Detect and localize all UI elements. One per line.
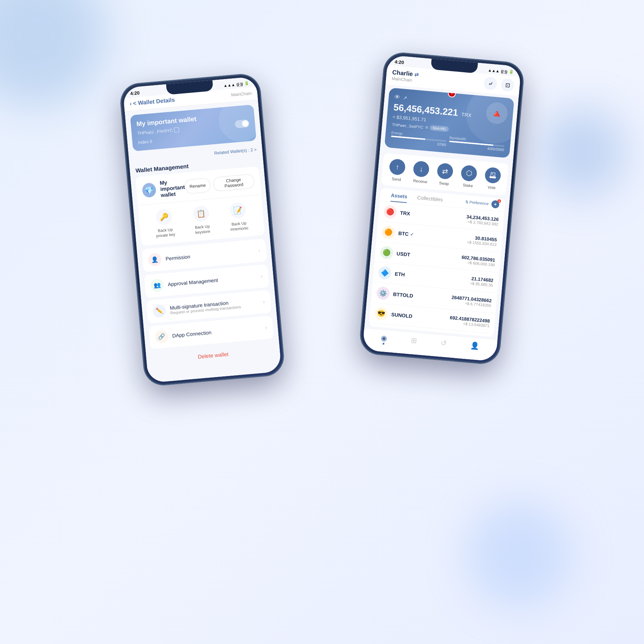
right-screen: 4:20 ▲▲▲ ((·)) 🔋 Charlie ⇄ MainChain [362,55,522,361]
permission-icon: 👤 [148,253,162,267]
wallet-card: My important wallet THPvaU...Fhn5YC Inde… [130,104,256,151]
multisig-arrow: › [263,298,265,305]
swap-button[interactable]: ⇄ Swap [436,163,454,186]
send-receive-toggle[interactable]: ⤶ [483,77,497,91]
usdt-name: USDT [396,251,458,262]
vote-button[interactable]: 🗳 Vote [484,167,501,190]
sunold-name: SUNOLD [391,312,447,322]
backup-keystore-label: Back Upkeystore [195,224,210,235]
sunold-values: 692.418878222498 ≈$ 13.5483871 [449,315,490,328]
non-hd-badge: Non-HD [430,125,449,132]
swap-label: Swap [439,181,449,186]
bttold-name: BTTOLD [393,291,448,302]
scan-icon: ⊡ [505,82,510,89]
preference-button[interactable]: ⇅ Preference [465,199,489,206]
balance-card: 🔺 👁 ↗ 56,456,453.221 TRX ≈ $3,951,951.71… [384,88,514,158]
send-icon: ↑ [389,158,406,176]
eth-values: 21.174682 ≈$ 85,885.35 [470,275,493,287]
tron-logo: 🔺 [485,102,508,125]
wallet-name-mgmt: My important wallet [160,178,186,198]
tron-mascot: 🔺 [483,99,511,127]
left-time: 4:20 [130,90,140,96]
copy-icon[interactable] [174,127,179,133]
back-icon: ‹ [130,101,132,107]
rename-button[interactable]: Rename [184,177,211,194]
swap-icon: ⇄ [436,163,454,180]
nav-assets[interactable]: ◉ [380,333,387,345]
backup-key-label: Back Upprivate key [156,227,175,239]
stats-row: Energy 37/60 Bandwidth 4000/5000 [391,131,505,152]
receive-button[interactable]: ↓ Receive [412,161,430,184]
right-phone: 4:20 ▲▲▲ ((·)) 🔋 Charlie ⇄ MainChain [359,52,525,365]
change-password-button[interactable]: Change Password [213,174,255,191]
right-status-icons: ▲▲▲ ((·)) 🔋 [488,68,514,74]
wallet-addr-short: THPwer...5wtFYC [392,122,423,130]
phones-container: 4:20 ▲▲▲ ((·)) 🔋 ‹ < Wallet Details Main… [125,36,519,608]
sunold-icon: 😎 [374,307,388,321]
nav-profile[interactable]: 👤 [470,341,480,353]
receive-icon: ↓ [413,161,430,178]
add-badge: 1 [497,199,501,203]
vote-label: Vote [488,185,496,190]
stake-label: Stake [463,183,473,188]
tab-assets[interactable]: Assets [385,188,413,203]
stake-icon: ⬡ [460,165,478,182]
bttold-values: 2648771.04328662 ≈$ 6.77419355 [451,294,492,308]
stake-button[interactable]: ⬡ Stake [460,165,477,189]
back-button[interactable]: ‹ < Wallet Details [130,97,175,107]
approval-icon: 👥 [150,278,164,292]
btc-values: 30.810455 ≈$ 1555,934.813 [467,234,497,247]
backup-mnemonic[interactable]: 📝 Back Upmnemonic [228,202,249,232]
backup-key-icon: 🔑 [156,208,173,225]
battery-icon: 🔋 [244,81,249,86]
left-status-icons: ▲▲▲ ((·)) 🔋 [223,81,249,88]
backup-keystore[interactable]: 📋 Back Upkeystore [192,205,211,235]
wallet-name: My important wallet [136,111,249,128]
left-screen: 4:20 ▲▲▲ ((·)) 🔋 ‹ < Wallet Details Main… [123,76,282,383]
btc-icon: 🟠 [381,225,395,239]
arrow-in-icon: ⤶ [488,80,493,87]
send-button[interactable]: ↑ Send [389,158,406,182]
wallet-toggle[interactable] [235,119,250,128]
scan-button[interactable]: ⊡ [501,78,514,92]
approval-arrow: › [260,273,263,279]
send-label: Send [392,177,401,182]
backup-mnemonic-label: Back Upmnemonic [230,220,249,232]
energy-stat: Energy 37/60 [391,131,447,147]
signal-icon: ▲▲▲ [223,82,235,88]
nav-history-icon: ↺ [440,338,447,347]
eth-icon: 🔷 [378,266,392,280]
trx-values: 34,234,453.126 ≈$ 2,760,842.982 [466,214,499,226]
asset-list: 🔴 TRX 34,234,453.126 ≈$ 2,760,842.982 🟠 … [369,201,504,337]
management-card: 💎 My important wallet Rename Change Pass… [135,166,264,246]
balance-currency: TRX [461,112,472,118]
wifi-icon: ((·)) [236,82,243,86]
backup-keystore-icon: 📋 [192,205,210,222]
right-time: 4:20 [395,59,404,65]
permission-arrow: › [258,247,261,254]
dapp-icon: 🔗 [155,330,169,343]
bttold-icon: ⚙️ [376,286,390,300]
addr-copy-icon[interactable]: ⧉ [425,125,428,130]
multisig-icon: ✏️ [152,304,166,318]
nav-history[interactable]: ↺ [440,338,447,350]
right-signal-icon: ▲▲▲ [488,68,500,73]
nav-collectibles-icon: ⊞ [410,336,417,345]
backup-private-key[interactable]: 🔑 Back Upprivate key [154,208,175,239]
left-phone: 4:20 ▲▲▲ ((·)) 🔋 ‹ < Wallet Details Main… [119,73,285,386]
wallet-avatar: 💎 [142,182,157,197]
nav-profile-icon: 👤 [470,341,480,350]
header-actions: ⤶ ⊡ [483,77,514,92]
swap-arrows-icon[interactable]: ⇄ [414,72,419,78]
permission-title: Permission [165,248,254,262]
approval-title: Approval Management [167,274,257,287]
wallet-actions: Rename Change Password [184,174,255,194]
add-asset-button[interactable]: + 1 [491,200,500,209]
btc-name: BTC ✓ [398,230,464,242]
eye-icon[interactable]: 👁 [394,94,401,101]
expand-icon[interactable]: ↗ [403,95,408,101]
nav-collectibles[interactable]: ⊞ [410,336,418,347]
header-title: < Wallet Details [133,97,175,107]
right-battery-icon: 🔋 [508,69,514,74]
bandwidth-stat: Bandwidth 4000/5000 [449,136,505,152]
